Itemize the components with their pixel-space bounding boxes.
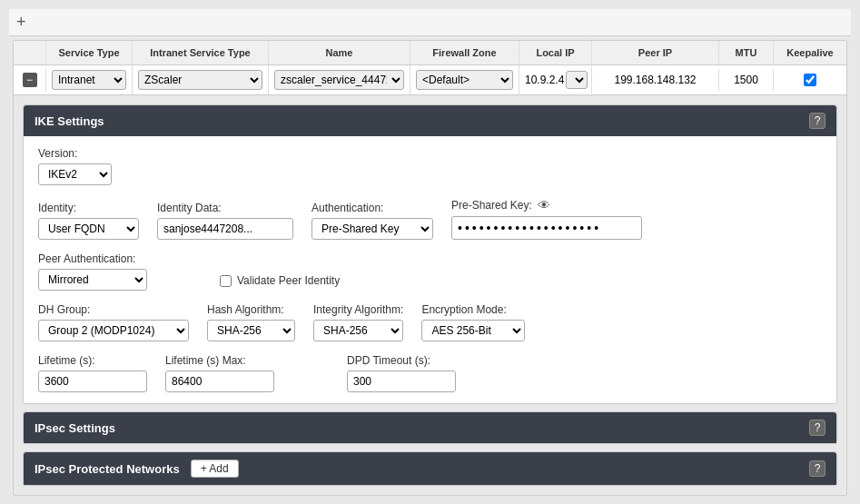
firewall-zone-cell[interactable]: <Default> — [410, 65, 519, 94]
integrity-algo-group: Integrity Algorithm: SHA-256 MD5 SHA-1 — [313, 303, 403, 341]
dpd-timeout-input[interactable] — [347, 371, 456, 392]
peer-ip-cell: 199.168.148.132 — [592, 69, 719, 91]
hash-algo-select[interactable]: SHA-256 MD5 SHA-1 — [207, 320, 295, 341]
ipsec-settings-title: IPsec Settings — [35, 421, 115, 435]
encryption-mode-label: Encryption Mode: — [421, 303, 525, 316]
ike-settings-panel: IKE Settings ? Version: IKEv2 IKEv1 Iden… — [23, 104, 837, 404]
pre-shared-key-group: Pre-Shared Key: 👁 — [451, 198, 642, 240]
col-service-type: Service Type — [46, 41, 133, 64]
lifetime-label: Lifetime (s): — [38, 354, 147, 367]
identity-data-label: Identity Data: — [157, 202, 293, 214]
lifetime-row: Lifetime (s): Lifetime (s) Max: DPD Time… — [38, 354, 822, 392]
peer-auth-label: Peer Authentication: — [38, 252, 147, 265]
identity-data-group: Identity Data: — [157, 202, 293, 240]
keepalive-cell[interactable] — [774, 69, 846, 91]
ipsec-networks-title: IPsec Protected Networks — [35, 462, 180, 476]
peer-auth-select[interactable]: Mirrored Other — [38, 269, 147, 291]
col-mtu: MTU — [719, 41, 774, 64]
peer-auth-group: Peer Authentication: Mirrored Other — [38, 252, 147, 291]
col-peer-ip: Peer IP — [592, 41, 719, 64]
hash-algo-group: Hash Algorithm: SHA-256 MD5 SHA-1 — [207, 303, 295, 341]
dpd-timeout-label: DPD Timeout (s): — [347, 354, 456, 367]
collapse-cell — [14, 41, 46, 64]
integrity-algo-select[interactable]: SHA-256 MD5 SHA-1 — [313, 320, 403, 341]
pre-shared-key-label: Pre-Shared Key: — [451, 199, 532, 212]
main-container: Service Type Intranet Service Type Name … — [13, 40, 847, 496]
name-cell[interactable]: zscaler_service_44472088_1 — [269, 65, 410, 94]
eye-icon[interactable]: 👁 — [538, 198, 550, 212]
col-name: Name — [269, 41, 410, 64]
identity-data-input[interactable] — [157, 218, 293, 240]
col-intranet-service-type: Intranet Service Type — [133, 41, 269, 64]
encryption-mode-select[interactable]: AES 256-Bit AES 128-Bit 3DES — [421, 320, 525, 341]
ipsec-settings-panel: IPsec Settings ? — [23, 411, 837, 444]
pre-shared-key-label-row: Pre-Shared Key: 👁 — [451, 198, 642, 212]
col-keepalive: Keepalive — [774, 41, 846, 64]
service-type-cell[interactable]: Intranet — [46, 65, 133, 94]
local-ip-cell[interactable]: 10.9.2.4 — [519, 66, 592, 94]
col-firewall-zone: Firewall Zone — [410, 41, 519, 64]
integrity-algo-label: Integrity Algorithm: — [313, 303, 403, 316]
top-bar: + — [9, 9, 851, 36]
encryption-mode-group: Encryption Mode: AES 256-Bit AES 128-Bit… — [421, 303, 525, 341]
content-area: IKE Settings ? Version: IKEv2 IKEv1 Iden… — [14, 95, 846, 495]
intranet-service-type-cell[interactable]: ZScaler — [133, 65, 269, 94]
add-network-button[interactable]: + Add — [191, 460, 239, 478]
validate-peer-checkbox[interactable] — [220, 275, 232, 287]
add-icon[interactable]: + — [16, 13, 26, 32]
ike-settings-header: IKE Settings ? — [24, 105, 836, 136]
dh-group-select[interactable]: Group 2 (MODP1024) Group 5 Group 14 — [38, 320, 189, 341]
local-ip-value: 10.9.2.4 — [525, 74, 564, 86]
authentication-label: Authentication: — [311, 202, 433, 214]
ike-help-icon[interactable]: ? — [809, 113, 825, 129]
validate-peer-label: Validate Peer Identity — [237, 274, 340, 287]
name-select[interactable]: zscaler_service_44472088_1 — [274, 70, 404, 90]
ipsec-networks-panel: IPsec Protected Networks + Add ? — [23, 451, 837, 486]
pre-shared-key-input[interactable] — [451, 216, 642, 240]
lifetime-input[interactable] — [38, 371, 147, 392]
local-ip-select[interactable] — [566, 71, 588, 89]
firewall-zone-select[interactable]: <Default> — [416, 70, 513, 90]
identity-group: Identity: User FQDN IP Address FQDN — [38, 202, 139, 240]
service-type-select[interactable]: Intranet — [52, 70, 126, 90]
version-row: Version: IKEv2 IKEv1 — [38, 147, 822, 185]
intranet-service-type-select[interactable]: ZScaler — [138, 70, 262, 90]
dpd-timeout-group: DPD Timeout (s): — [347, 354, 456, 392]
version-select[interactable]: IKEv2 IKEv1 — [38, 163, 112, 185]
validate-peer-group: Validate Peer Identity — [220, 274, 340, 291]
hash-algo-label: Hash Algorithm: — [207, 303, 295, 316]
dh-group-label: DH Group: — [38, 303, 189, 316]
authentication-group: Authentication: Pre-Shared Key Certifica… — [311, 202, 433, 240]
version-label: Version: — [38, 147, 822, 160]
identity-select[interactable]: User FQDN IP Address FQDN — [38, 218, 139, 240]
collapse-button[interactable]: − — [23, 73, 37, 87]
collapse-button-cell[interactable]: − — [14, 68, 46, 92]
col-local-ip: Local IP — [519, 41, 592, 64]
dh-group-group: DH Group: Group 2 (MODP1024) Group 5 Gro… — [38, 303, 189, 341]
ipsec-networks-header-left: IPsec Protected Networks + Add — [35, 460, 239, 478]
peer-auth-row: Peer Authentication: Mirrored Other Vali… — [38, 252, 822, 291]
algo-row: DH Group: Group 2 (MODP1024) Group 5 Gro… — [38, 303, 822, 341]
mtu-cell: 1500 — [719, 69, 774, 91]
ike-settings-body: Version: IKEv2 IKEv1 Identity: User FQDN… — [24, 136, 836, 403]
ipsec-help-icon[interactable]: ? — [809, 420, 825, 436]
table-row: − Intranet ZScaler zscaler_service_44472… — [14, 65, 846, 95]
ipsec-settings-header: IPsec Settings ? — [24, 412, 836, 443]
lifetime-group: Lifetime (s): — [38, 354, 147, 392]
identity-label: Identity: — [38, 202, 139, 214]
table-header: Service Type Intranet Service Type Name … — [14, 41, 846, 65]
lifetime-max-label: Lifetime (s) Max: — [165, 354, 274, 367]
keepalive-checkbox[interactable] — [804, 74, 816, 86]
ike-settings-title: IKE Settings — [35, 114, 104, 128]
identity-row: Identity: User FQDN IP Address FQDN Iden… — [38, 198, 822, 240]
ipsec-networks-help-icon[interactable]: ? — [809, 460, 825, 477]
authentication-select[interactable]: Pre-Shared Key Certificate — [311, 218, 433, 240]
ipsec-networks-header: IPsec Protected Networks + Add ? — [24, 452, 836, 485]
lifetime-max-group: Lifetime (s) Max: — [165, 354, 274, 392]
lifetime-max-input[interactable] — [165, 371, 274, 392]
